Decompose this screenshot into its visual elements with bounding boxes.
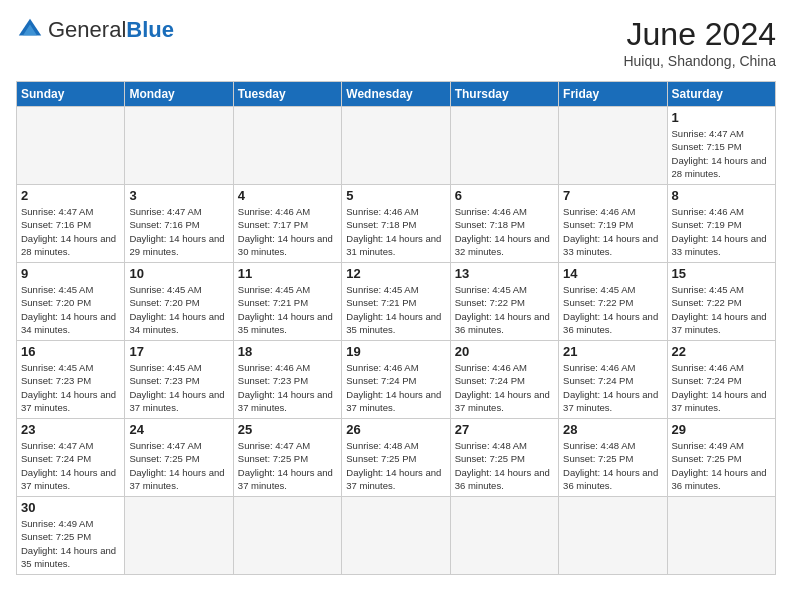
table-row: 25Sunrise: 4:47 AM Sunset: 7:25 PM Dayli… [233,419,341,497]
day-number: 26 [346,422,445,437]
day-info: Sunrise: 4:46 AM Sunset: 7:18 PM Dayligh… [346,205,445,258]
table-row [342,497,450,575]
day-number: 6 [455,188,554,203]
table-row: 19Sunrise: 4:46 AM Sunset: 7:24 PM Dayli… [342,341,450,419]
day-number: 27 [455,422,554,437]
day-info: Sunrise: 4:45 AM Sunset: 7:23 PM Dayligh… [21,361,120,414]
day-number: 14 [563,266,662,281]
table-row: 20Sunrise: 4:46 AM Sunset: 7:24 PM Dayli… [450,341,558,419]
day-info: Sunrise: 4:47 AM Sunset: 7:25 PM Dayligh… [129,439,228,492]
table-row [450,107,558,185]
day-number: 24 [129,422,228,437]
calendar-week-row: 2Sunrise: 4:47 AM Sunset: 7:16 PM Daylig… [17,185,776,263]
day-number: 16 [21,344,120,359]
table-row [667,497,775,575]
table-row: 6Sunrise: 4:46 AM Sunset: 7:18 PM Daylig… [450,185,558,263]
day-number: 3 [129,188,228,203]
day-info: Sunrise: 4:48 AM Sunset: 7:25 PM Dayligh… [455,439,554,492]
day-number: 18 [238,344,337,359]
col-monday: Monday [125,82,233,107]
col-sunday: Sunday [17,82,125,107]
table-row [342,107,450,185]
day-info: Sunrise: 4:46 AM Sunset: 7:19 PM Dayligh… [672,205,771,258]
table-row: 5Sunrise: 4:46 AM Sunset: 7:18 PM Daylig… [342,185,450,263]
day-info: Sunrise: 4:49 AM Sunset: 7:25 PM Dayligh… [21,517,120,570]
page-header: GeneralBlue June 2024 Huiqu, Shandong, C… [16,16,776,69]
day-number: 29 [672,422,771,437]
day-number: 4 [238,188,337,203]
month-title: June 2024 [623,16,776,53]
table-row [233,107,341,185]
day-number: 28 [563,422,662,437]
day-info: Sunrise: 4:48 AM Sunset: 7:25 PM Dayligh… [346,439,445,492]
day-info: Sunrise: 4:47 AM Sunset: 7:15 PM Dayligh… [672,127,771,180]
table-row [233,497,341,575]
table-row [125,497,233,575]
day-number: 20 [455,344,554,359]
day-number: 21 [563,344,662,359]
day-info: Sunrise: 4:47 AM Sunset: 7:25 PM Dayligh… [238,439,337,492]
day-info: Sunrise: 4:49 AM Sunset: 7:25 PM Dayligh… [672,439,771,492]
table-row: 8Sunrise: 4:46 AM Sunset: 7:19 PM Daylig… [667,185,775,263]
day-number: 9 [21,266,120,281]
day-info: Sunrise: 4:46 AM Sunset: 7:24 PM Dayligh… [563,361,662,414]
day-number: 23 [21,422,120,437]
table-row: 22Sunrise: 4:46 AM Sunset: 7:24 PM Dayli… [667,341,775,419]
table-row: 3Sunrise: 4:47 AM Sunset: 7:16 PM Daylig… [125,185,233,263]
table-row: 29Sunrise: 4:49 AM Sunset: 7:25 PM Dayli… [667,419,775,497]
day-info: Sunrise: 4:46 AM Sunset: 7:17 PM Dayligh… [238,205,337,258]
col-friday: Friday [559,82,667,107]
table-row [450,497,558,575]
col-saturday: Saturday [667,82,775,107]
calendar-week-row: 30Sunrise: 4:49 AM Sunset: 7:25 PM Dayli… [17,497,776,575]
day-info: Sunrise: 4:47 AM Sunset: 7:16 PM Dayligh… [129,205,228,258]
table-row: 10Sunrise: 4:45 AM Sunset: 7:20 PM Dayli… [125,263,233,341]
calendar-week-row: 16Sunrise: 4:45 AM Sunset: 7:23 PM Dayli… [17,341,776,419]
table-row: 21Sunrise: 4:46 AM Sunset: 7:24 PM Dayli… [559,341,667,419]
day-info: Sunrise: 4:47 AM Sunset: 7:16 PM Dayligh… [21,205,120,258]
table-row: 24Sunrise: 4:47 AM Sunset: 7:25 PM Dayli… [125,419,233,497]
logo-icon [16,16,44,44]
calendar-week-row: 1Sunrise: 4:47 AM Sunset: 7:15 PM Daylig… [17,107,776,185]
day-number: 1 [672,110,771,125]
calendar: Sunday Monday Tuesday Wednesday Thursday… [16,81,776,575]
day-info: Sunrise: 4:45 AM Sunset: 7:21 PM Dayligh… [238,283,337,336]
day-info: Sunrise: 4:46 AM Sunset: 7:18 PM Dayligh… [455,205,554,258]
col-tuesday: Tuesday [233,82,341,107]
day-number: 30 [21,500,120,515]
day-number: 2 [21,188,120,203]
day-info: Sunrise: 4:46 AM Sunset: 7:24 PM Dayligh… [672,361,771,414]
day-number: 15 [672,266,771,281]
day-info: Sunrise: 4:45 AM Sunset: 7:23 PM Dayligh… [129,361,228,414]
day-info: Sunrise: 4:46 AM Sunset: 7:24 PM Dayligh… [346,361,445,414]
logo: GeneralBlue [16,16,174,44]
table-row [17,107,125,185]
title-block: June 2024 Huiqu, Shandong, China [623,16,776,69]
day-info: Sunrise: 4:45 AM Sunset: 7:22 PM Dayligh… [672,283,771,336]
col-wednesday: Wednesday [342,82,450,107]
table-row: 11Sunrise: 4:45 AM Sunset: 7:21 PM Dayli… [233,263,341,341]
day-info: Sunrise: 4:45 AM Sunset: 7:21 PM Dayligh… [346,283,445,336]
table-row: 17Sunrise: 4:45 AM Sunset: 7:23 PM Dayli… [125,341,233,419]
day-info: Sunrise: 4:45 AM Sunset: 7:22 PM Dayligh… [455,283,554,336]
table-row: 2Sunrise: 4:47 AM Sunset: 7:16 PM Daylig… [17,185,125,263]
day-number: 10 [129,266,228,281]
day-number: 7 [563,188,662,203]
day-number: 8 [672,188,771,203]
col-thursday: Thursday [450,82,558,107]
day-number: 22 [672,344,771,359]
table-row: 7Sunrise: 4:46 AM Sunset: 7:19 PM Daylig… [559,185,667,263]
day-number: 5 [346,188,445,203]
table-row: 9Sunrise: 4:45 AM Sunset: 7:20 PM Daylig… [17,263,125,341]
day-info: Sunrise: 4:48 AM Sunset: 7:25 PM Dayligh… [563,439,662,492]
day-number: 13 [455,266,554,281]
table-row: 14Sunrise: 4:45 AM Sunset: 7:22 PM Dayli… [559,263,667,341]
table-row: 27Sunrise: 4:48 AM Sunset: 7:25 PM Dayli… [450,419,558,497]
day-number: 17 [129,344,228,359]
calendar-header-row: Sunday Monday Tuesday Wednesday Thursday… [17,82,776,107]
day-number: 12 [346,266,445,281]
day-number: 25 [238,422,337,437]
table-row: 13Sunrise: 4:45 AM Sunset: 7:22 PM Dayli… [450,263,558,341]
day-number: 19 [346,344,445,359]
day-info: Sunrise: 4:46 AM Sunset: 7:24 PM Dayligh… [455,361,554,414]
